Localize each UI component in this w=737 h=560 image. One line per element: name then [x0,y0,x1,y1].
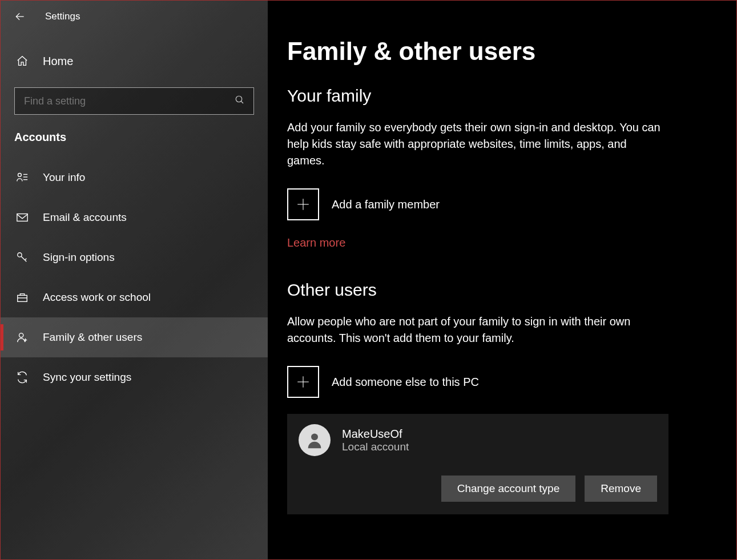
home-label: Home [43,55,73,68]
add-other-user-label: Add someone else to this PC [332,376,479,389]
sidebar-item-label: Email & accounts [43,211,127,224]
sidebar-item-label: Your info [43,171,85,184]
remove-user-button[interactable]: Remove [585,476,657,502]
sidebar-item-label: Sync your settings [43,371,131,384]
category-heading: Accounts [1,115,268,144]
sidebar-item-your-info[interactable]: Your info [1,158,268,198]
page-title: Family & other users [287,37,714,66]
key-icon [15,251,29,264]
titlebar: Settings [1,1,268,33]
add-user-icon [15,331,29,344]
svg-point-10 [19,333,23,337]
add-family-member-button[interactable]: Add a family member [287,188,714,220]
svg-rect-8 [18,295,27,301]
sidebar: Settings Home Accounts Your info Email &… [1,1,268,559]
user-account-type: Local account [342,441,409,453]
user-name: MakeUseOf [342,428,409,441]
sidebar-item-email-accounts[interactable]: Email & accounts [1,198,268,237]
other-users-description: Allow people who are not part of your fa… [287,313,664,347]
app-title: Settings [45,11,80,22]
change-account-type-button[interactable]: Change account type [441,476,576,502]
back-button[interactable] [14,11,26,22]
main-content: Family & other users Your family Add you… [268,1,736,559]
user-details-icon [15,171,29,184]
sidebar-item-signin-options[interactable]: Sign-in options [1,237,268,277]
other-user-card[interactable]: MakeUseOf Local account Change account t… [287,414,668,514]
learn-more-link[interactable]: Learn more [287,236,345,249]
user-card-actions: Change account type Remove [299,476,657,502]
your-family-description: Add your family so everybody gets their … [287,119,664,169]
sidebar-home[interactable]: Home [1,44,268,78]
mail-icon [15,211,29,224]
sidebar-item-label: Access work or school [43,291,151,304]
svg-point-17 [311,433,318,440]
user-card-header: MakeUseOf Local account [299,424,657,456]
svg-point-2 [18,173,21,176]
sidebar-item-sync-settings[interactable]: Sync your settings [1,357,268,397]
sidebar-nav: Your info Email & accounts Sign-in optio… [1,158,268,397]
plus-icon [287,366,319,398]
sidebar-item-access-work-school[interactable]: Access work or school [1,277,268,317]
add-other-user-button[interactable]: Add someone else to this PC [287,366,714,398]
briefcase-icon [15,291,29,304]
svg-rect-6 [17,214,27,221]
home-icon [15,54,29,68]
search-container [14,87,254,115]
add-family-member-label: Add a family member [332,198,440,211]
sidebar-item-label: Sign-in options [43,251,115,264]
sync-icon [15,370,29,384]
avatar [299,424,331,456]
plus-icon [287,188,319,220]
svg-point-7 [18,253,22,257]
sidebar-item-family-other-users[interactable]: Family & other users [1,317,268,357]
search-input[interactable] [14,87,254,115]
your-family-heading: Your family [287,86,714,106]
other-users-heading: Other users [287,280,714,300]
sidebar-item-label: Family & other users [43,331,142,344]
